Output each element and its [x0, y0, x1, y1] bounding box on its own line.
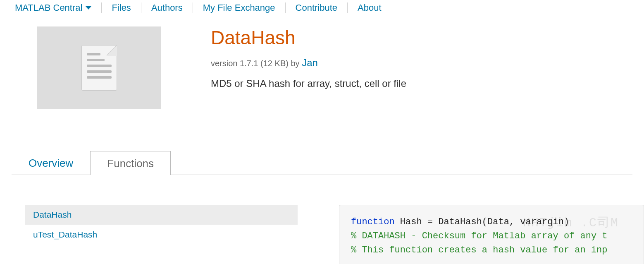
tab-overview[interactable]: Overview — [12, 151, 90, 175]
tab-functions[interactable]: Functions — [90, 151, 171, 175]
nav-about[interactable]: About — [348, 2, 391, 13]
author-link[interactable]: Jan — [302, 57, 318, 68]
code-signature: Hash = DataHash(Data, varargin) — [395, 217, 569, 227]
nav-my-file-exchange[interactable]: My File Exchange — [193, 2, 286, 13]
version-number: 1.7.1 — [240, 59, 258, 68]
version-line: version 1.7.1 (12 KB) by Jan — [211, 57, 629, 69]
code-comment-1: % DATAHASH - Checksum for Matlab array o… — [351, 231, 608, 241]
tab-bar: Overview Functions — [12, 151, 632, 175]
header-row: DataHash version 1.7.1 (12 KB) by Jan MD… — [0, 21, 644, 109]
top-nav: MATLAB Central Files Authors My File Exc… — [0, 0, 644, 21]
by-label: by — [291, 59, 299, 68]
nav-files[interactable]: Files — [102, 2, 141, 13]
nav-contribute[interactable]: Contribute — [286, 2, 348, 13]
title-column: DataHash version 1.7.1 (12 KB) by Jan MD… — [211, 26, 629, 109]
file-thumbnail — [37, 26, 161, 109]
page-title: DataHash — [211, 26, 629, 49]
content-row: DataHash uTest_DataHash function Hash = … — [25, 205, 644, 264]
nav-matlab-central-label: MATLAB Central — [15, 2, 82, 13]
function-item-utest-datahash[interactable]: uTest_DataHash — [25, 225, 298, 245]
caret-down-icon — [86, 6, 91, 10]
nav-matlab-central[interactable]: MATLAB Central — [15, 2, 102, 13]
code-panel[interactable]: function Hash = DataHash(Data, varargin)… — [339, 205, 644, 264]
code-keyword: function — [351, 217, 395, 227]
version-prefix: version — [211, 59, 240, 68]
nav-authors[interactable]: Authors — [141, 2, 193, 13]
document-icon — [81, 45, 117, 91]
file-size: (12 KB) — [260, 59, 289, 68]
file-description: MD5 or SHA hash for array, struct, cell … — [211, 78, 629, 89]
function-list: DataHash uTest_DataHash — [25, 205, 298, 264]
code-comment-2: % This function creates a hash value for… — [351, 245, 608, 255]
function-item-datahash[interactable]: DataHash — [25, 205, 298, 225]
